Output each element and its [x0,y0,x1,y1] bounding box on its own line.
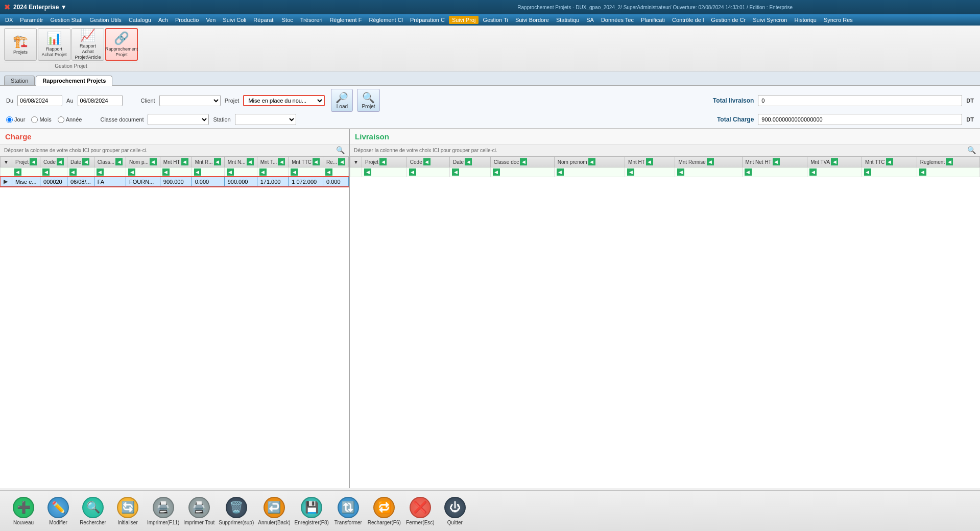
th-code: Code ◀ [40,157,67,167]
row-code: 000020 [40,177,67,186]
lfilter-cell-mntht: ◀ [625,167,675,177]
fermer-icon: ❌ [410,497,431,518]
lth-mntremise-filter[interactable]: ◀ [707,158,714,165]
annuler-button[interactable]: ↩️ Annuler(Back) [258,497,290,525]
th-mntr-filter[interactable]: ◀ [214,158,221,165]
menu-item-gestion-utils[interactable]: Gestion Utils [87,16,125,24]
th-mntt-filter[interactable]: ◀ [278,158,285,165]
toolbar-section-gestion-projet: 🏗️ Projets 📊 RapportAchat Projet 📈 Rappo… [4,28,138,69]
toolbar-btn-rapprochement[interactable]: 🔗 RapprochementProjet [105,28,138,61]
menu-item-tresoreri[interactable]: Trésoreri [297,16,326,24]
menu-item-dx[interactable]: DX [2,16,16,24]
toolbar-btn-rapport-achat-projet[interactable]: 📊 RapportAchat Projet [38,28,70,61]
recharger-button[interactable]: 🔁 Recharger(F6) [368,497,401,525]
projet-select[interactable]: Mise en place du nou... [243,95,325,106]
menu-item-stoc[interactable]: Stoc [279,16,296,24]
lth-code-filter[interactable]: ◀ [423,158,431,165]
livraison-table-wrapper[interactable]: ▼ Projet◀ Code◀ Date◀ Classe doc◀ [350,156,980,488]
projet-button[interactable]: 🔍 Projet [357,89,379,112]
menu-item-preparation-c[interactable]: Préparation C [407,16,448,24]
lth-mnttva-filter[interactable]: ◀ [831,158,838,165]
menu-item-ven[interactable]: Ven [203,16,219,24]
transformer-button[interactable]: 🔃 Transformer [333,497,364,525]
menu-item-parametr[interactable]: Paramètr [17,16,46,24]
th-classe-filter[interactable]: ◀ [115,158,123,165]
rapport-article-label: Rapport AchatProjet/Article [74,43,102,60]
menu-item-ach[interactable]: Ach [155,16,171,24]
charge-search-icon[interactable]: 🔍 [336,146,345,154]
radio-jour[interactable]: Jour [6,116,25,123]
menu-item-sa[interactable]: SA [583,16,597,24]
imprimer-button[interactable]: 🖨️ Imprimer(F11) [147,497,179,525]
enregistrer-button[interactable]: 💾 Enregistrer(F8) [295,497,329,525]
menu-item-productio[interactable]: Productio [172,16,202,24]
menu-item-suivi-coli[interactable]: Suivi Coli [220,16,249,24]
app-title: 2024 Enterprise ▼ [13,4,334,11]
nouveau-button[interactable]: ➕ Nouveau [8,497,39,525]
total-livraison-label: Total livraison [713,97,754,104]
menu-item-planificati[interactable]: Planificati [638,16,668,24]
enregistrer-icon: 💾 [301,497,322,518]
menu-item-donnees-tec[interactable]: Données Tec [598,16,637,24]
charge-table-wrapper[interactable]: ▼ Projet ◀ Code ◀ [0,156,349,488]
lth-reglement-filter[interactable]: ◀ [946,158,953,165]
load-button[interactable]: 🔎 Load [331,89,353,112]
menu-item-reglement-cl[interactable]: Règlement Cl [366,16,406,24]
menu-item-gestion-stati[interactable]: Gestion Stati [47,16,86,24]
lth-date-filter[interactable]: ◀ [465,158,472,165]
th-projet-filter[interactable]: ◀ [30,158,37,165]
menu-item-syncro-res[interactable]: Syncro Res [821,16,856,24]
imprimer-tout-button[interactable]: 🖨️ Imprimer Tout [183,497,214,525]
menu-item-reglement-f[interactable]: Règlement F [326,16,365,24]
au-label: Au [66,98,73,104]
station-select[interactable] [235,114,296,125]
menu-item-suivi-proj[interactable]: Suivi Proj [449,16,479,24]
lth-projet-filter[interactable]: ◀ [379,158,387,165]
menu-item-historiqu[interactable]: Historiqu [792,16,820,24]
quitter-button[interactable]: ⏻ Quitter [440,497,470,525]
toolbar-btn-rapport-achat-article[interactable]: 📈 Rapport AchatProjet/Article [71,28,104,61]
projet-label: Projet [225,98,240,104]
lth-code: Code◀ [407,157,449,167]
client-select[interactable] [159,95,221,106]
livraison-search-icon[interactable]: 🔍 [967,146,976,154]
th-date-filter[interactable]: ◀ [82,158,89,165]
menu-item-catalogu[interactable]: Catalogu [126,16,154,24]
radio-mois[interactable]: Mois [31,116,51,123]
tab-rapprochement-projets[interactable]: Rapprochement Projets [36,76,112,86]
tab-station[interactable]: Station [4,76,35,85]
lth-mntnetht-filter[interactable]: ◀ [773,158,780,165]
menu-item-statistiqu[interactable]: Statistiqu [553,16,582,24]
lth-classedoc-filter[interactable]: ◀ [520,158,527,165]
menu-item-gestion-ti[interactable]: Gestion Ti [480,16,511,24]
th-mntttc-filter[interactable]: ◀ [313,158,320,165]
au-input[interactable] [78,95,123,106]
th-mntht-filter[interactable]: ◀ [181,158,188,165]
lth-mntht-filter[interactable]: ◀ [646,158,653,165]
lth-mntttc-filter[interactable]: ◀ [886,158,893,165]
toolbar-btn-projets[interactable]: 🏗️ Projets [4,28,37,61]
filter-cell-date: ◀ [67,167,94,177]
th-re-filter[interactable]: ◀ [338,158,345,165]
du-input[interactable] [17,95,62,106]
classe-doc-select[interactable] [148,114,209,125]
th-code-filter[interactable]: ◀ [57,158,64,165]
th-nomp-filter[interactable]: ◀ [150,158,157,165]
menu-item-suivi-syncron[interactable]: Suivi Syncron [750,16,790,24]
menu-item-suivi-bordore[interactable]: Suivi Bordore [512,16,552,24]
rechercher-button[interactable]: 🔍 Rechercher [78,497,108,525]
radio-annee[interactable]: Année [58,116,82,123]
modifier-button[interactable]: ✏️ Modifier [43,497,74,525]
menu-item-reparati[interactable]: Réparati [250,16,278,24]
initialiser-button[interactable]: 🔄 Initialiser [112,497,143,525]
livraison-table: ▼ Projet◀ Code◀ Date◀ Classe doc◀ [350,156,980,177]
fermer-button[interactable]: ❌ Fermer(Esc) [405,497,436,525]
th-mntn-filter[interactable]: ◀ [247,158,254,165]
menu-item-controle-de-l[interactable]: Contrôle de l [669,16,707,24]
filter-cell-projet: ◀ [12,167,40,177]
supprimer-button[interactable]: 🗑️ Supprimer(sup) [219,497,254,525]
menu-item-gestion-de-cr[interactable]: Gestion de Cr [708,16,749,24]
lth-nom-filter[interactable]: ◀ [588,158,595,165]
charge-table-row[interactable]: ▶ Mise e... 000020 06/08/... FA FOURN...… [1,177,349,186]
annuler-label: Annuler(Back) [258,520,290,525]
